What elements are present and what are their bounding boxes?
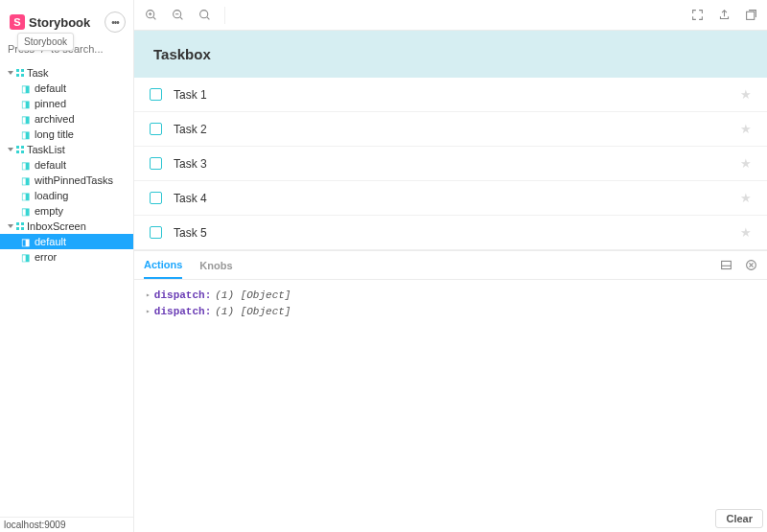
page-title: Taskbox — [153, 46, 748, 62]
component-icon — [16, 69, 24, 77]
task-list: Task 1★Task 2★Task 3★Task 4★Task 5★ — [134, 78, 767, 250]
checkbox[interactable] — [150, 88, 162, 101]
canvas: Taskbox Task 1★Task 2★Task 3★Task 4★Task… — [134, 31, 767, 532]
tree-item-label: default — [35, 159, 66, 171]
tree-item[interactable]: ◨empty — [0, 203, 133, 219]
svg-line-1 — [152, 17, 154, 19]
addon-tab[interactable]: Knobs — [199, 252, 232, 278]
checkbox[interactable] — [150, 123, 162, 135]
task-row: Task 5★ — [134, 216, 767, 250]
svg-line-8 — [206, 17, 208, 19]
tree-item[interactable]: ◨archived — [0, 111, 133, 127]
svg-rect-10 — [721, 261, 731, 268]
close-panel-icon[interactable] — [744, 259, 757, 271]
tree-item[interactable]: ◨error — [0, 249, 133, 265]
checkbox[interactable] — [150, 192, 162, 204]
brand-title: Storybook — [29, 15, 90, 30]
bookmark-icon: ◨ — [21, 252, 30, 263]
task-row: Task 1★ — [134, 78, 767, 112]
tree-item[interactable]: ◨withPinnedTasks — [0, 173, 133, 188]
log-key: dispatch: — [154, 288, 211, 304]
task-row: Task 4★ — [134, 181, 767, 216]
svg-line-5 — [179, 17, 181, 19]
checkbox[interactable] — [150, 226, 162, 239]
bookmark-icon: ◨ — [21, 129, 30, 140]
tree-item-label: long title — [35, 128, 74, 140]
tree-group[interactable]: Task — [0, 65, 133, 81]
tree-group-label: Task — [27, 67, 49, 79]
zoom-reset-icon[interactable] — [198, 9, 211, 21]
tree-group-label: InboxScreen — [27, 220, 86, 232]
tree-item[interactable]: ◨default — [0, 234, 133, 249]
expand-icon[interactable]: ▸ — [146, 306, 151, 317]
tooltip: Storybook — [17, 33, 74, 51]
actions-log: ▸dispatch: (1) [Object]▸dispatch: (1) [O… — [134, 280, 767, 327]
addons-panel: ActionsKnobs ▸dispatch: (1) [Object]▸dis… — [134, 250, 767, 532]
star-icon[interactable]: ★ — [740, 191, 752, 205]
log-key: dispatch: — [154, 304, 211, 320]
story-tree: Task◨default◨pinned◨archived◨long titleT… — [0, 61, 133, 265]
share-icon[interactable] — [717, 9, 731, 21]
bookmark-icon: ◨ — [21, 160, 30, 171]
star-icon[interactable]: ★ — [740, 156, 752, 171]
storybook-logo-icon: S — [10, 14, 25, 30]
log-line[interactable]: ▸dispatch: (1) [Object] — [146, 288, 755, 304]
task-title: Task 4 — [174, 192, 729, 205]
open-new-tab-icon[interactable] — [744, 9, 757, 21]
caret-down-icon — [8, 224, 13, 228]
tree-item-label: withPinnedTasks — [35, 174, 113, 186]
bookmark-icon: ◨ — [21, 114, 30, 125]
component-icon — [16, 222, 24, 230]
caret-down-icon — [8, 148, 13, 151]
tree-item-label: empty — [35, 205, 63, 217]
task-title: Task 1 — [174, 88, 729, 102]
clear-button[interactable]: Clear — [715, 509, 763, 528]
addon-tab[interactable]: Actions — [144, 251, 182, 279]
tree-item[interactable]: ◨long title — [0, 127, 133, 142]
log-value: (1) [Object] — [215, 288, 291, 304]
bookmark-icon: ◨ — [21, 175, 30, 186]
log-line[interactable]: ▸dispatch: (1) [Object] — [146, 304, 755, 320]
checkbox[interactable] — [150, 157, 162, 170]
footer-host: localhost:9009 — [0, 517, 133, 532]
separator — [224, 7, 225, 24]
tree-item-label: pinned — [35, 98, 66, 109]
task-row: Task 3★ — [134, 147, 767, 181]
task-title: Task 2 — [174, 123, 729, 136]
bookmark-icon: ◨ — [21, 83, 30, 94]
tree-group-label: TaskList — [27, 144, 65, 155]
svg-point-7 — [199, 11, 207, 18]
svg-rect-9 — [746, 12, 754, 19]
menu-button[interactable]: ••• — [105, 12, 126, 33]
bookmark-icon: ◨ — [21, 99, 30, 109]
tree-item-label: loading — [35, 190, 68, 201]
tree-item-label: archived — [35, 113, 75, 125]
tree-item[interactable]: ◨pinned — [0, 96, 133, 111]
sidebar: S Storybook ••• Storybook Task◨default◨p… — [0, 0, 134, 532]
task-title: Task 5 — [174, 226, 729, 240]
panel-orientation-icon[interactable] — [719, 259, 732, 271]
star-icon[interactable]: ★ — [740, 122, 752, 136]
tree-item[interactable]: ◨default — [0, 81, 133, 96]
tree-item-label: default — [35, 82, 66, 94]
tree-item-label: default — [35, 236, 66, 247]
caret-down-icon — [8, 71, 13, 75]
zoom-in-icon[interactable] — [144, 9, 157, 21]
zoom-out-icon[interactable] — [171, 9, 184, 21]
star-icon[interactable]: ★ — [740, 225, 752, 240]
expand-icon[interactable]: ▸ — [146, 289, 151, 301]
bookmark-icon: ◨ — [21, 206, 30, 217]
log-value: (1) [Object] — [215, 304, 291, 320]
fullscreen-icon[interactable] — [690, 9, 704, 21]
tree-item[interactable]: ◨default — [0, 157, 133, 173]
bookmark-icon: ◨ — [21, 191, 30, 201]
task-title: Task 3 — [174, 157, 729, 171]
bookmark-icon: ◨ — [21, 237, 30, 247]
toolbar — [134, 0, 767, 31]
tree-group[interactable]: TaskList — [0, 142, 133, 157]
tree-group[interactable]: InboxScreen — [0, 219, 133, 234]
tree-item-label: error — [35, 251, 57, 263]
tree-item[interactable]: ◨loading — [0, 188, 133, 203]
star-icon[interactable]: ★ — [740, 87, 752, 102]
component-icon — [16, 146, 24, 153]
